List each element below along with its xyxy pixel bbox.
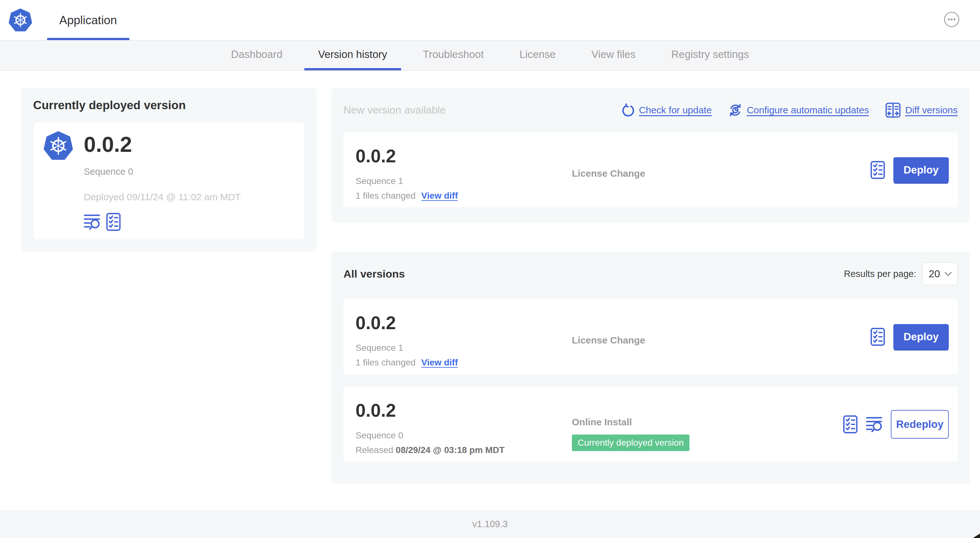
tab-dashboard[interactable]: Dashboard — [217, 40, 296, 70]
all-versions-card: All versions Results per page: 20 0.0.2 … — [331, 251, 970, 484]
tab-license[interactable]: License — [505, 40, 570, 70]
kots-admin-console: Application Dashboard Version history Tr… — [0, 0, 980, 538]
deployed-sequence: Sequence 0 — [84, 167, 241, 177]
files-changed: 1 files changed — [356, 357, 415, 367]
tab-troubleshoot[interactable]: Troubleshoot — [409, 40, 498, 70]
app-tab-label: Application — [59, 14, 117, 27]
check-for-update-link[interactable]: Check for update — [621, 103, 711, 117]
view-diff-link[interactable]: View diff — [421, 357, 458, 367]
new-version-card: New version available Check for update C… — [331, 88, 970, 223]
version-sequence: Sequence 1 — [356, 343, 458, 353]
tab-view-files[interactable]: View files — [577, 40, 650, 70]
view-diff-link[interactable]: View diff — [421, 191, 458, 200]
footer: v1.109.3 — [0, 510, 980, 538]
preflight-checks-icon[interactable] — [870, 328, 885, 346]
chevron-down-icon — [945, 272, 951, 276]
main-content: Currently deployed version 0.0.2 Sequenc… — [0, 71, 980, 510]
version-source: License Change — [572, 168, 645, 179]
currently-deployed-card: Currently deployed version 0.0.2 Sequenc… — [21, 88, 317, 251]
deployed-timestamp: Deployed 09/11/24 @ 11:02 am MDT — [84, 192, 241, 203]
released-prefix: Released — [356, 445, 393, 455]
app-icon — [42, 130, 74, 162]
tab-version-history[interactable]: Version history — [304, 40, 401, 70]
kubernetes-logo-icon — [8, 8, 33, 33]
currently-deployed-version-tile: 0.0.2 Sequence 0 Deployed 09/11/24 @ 11:… — [33, 122, 305, 240]
scheduled-update-icon — [728, 103, 742, 117]
results-per-page-select[interactable]: 20 — [922, 262, 958, 285]
version-source: License Change — [572, 335, 645, 346]
version-number: 0.0.2 — [356, 401, 505, 420]
diff-icon — [885, 103, 900, 118]
currently-deployed-badge: Currently deployed version — [572, 435, 689, 451]
app-nav-tabs: Dashboard Version history Troubleshoot L… — [0, 40, 980, 71]
all-versions-title: All versions — [344, 268, 405, 280]
version-source: Online Install — [572, 417, 689, 427]
redeploy-button[interactable]: Redeploy — [891, 410, 949, 439]
console-version: v1.109.3 — [472, 519, 508, 529]
files-changed: 1 files changed — [356, 191, 415, 200]
release-notes-icon[interactable] — [84, 213, 100, 230]
version-row: 0.0.2 Sequence 0 Released 08/29/24 @ 03:… — [344, 387, 958, 462]
results-per-page-label: Results per page: — [844, 269, 916, 279]
deploy-button[interactable]: Deploy — [893, 157, 949, 183]
cursor-artifact — [973, 533, 980, 538]
version-sequence: Sequence 1 — [356, 176, 458, 186]
release-notes-icon[interactable] — [866, 416, 883, 433]
preflight-checks-icon[interactable] — [106, 213, 121, 231]
deployed-version-number: 0.0.2 — [84, 133, 241, 156]
app-tab[interactable]: Application — [47, 0, 129, 40]
new-version-title: New version available — [344, 104, 446, 116]
currently-deployed-title: Currently deployed version — [33, 99, 305, 112]
released-timestamp: 08/29/24 @ 03:18 pm MDT — [396, 445, 505, 455]
version-number: 0.0.2 — [356, 146, 458, 165]
version-sequence: Sequence 0 — [356, 431, 505, 440]
refresh-icon — [621, 103, 634, 117]
preflight-checks-icon[interactable] — [870, 161, 885, 179]
deploy-button[interactable]: Deploy — [893, 324, 949, 349]
more-options-icon[interactable] — [944, 11, 959, 27]
top-bar: Application — [0, 0, 980, 40]
tab-registry-settings[interactable]: Registry settings — [657, 40, 763, 70]
configure-automatic-updates-link[interactable]: Configure automatic updates — [728, 103, 869, 117]
app-tab-active-indicator — [47, 38, 129, 40]
version-number: 0.0.2 — [356, 313, 458, 332]
diff-versions-link[interactable]: Diff versions — [885, 103, 958, 118]
preflight-checks-icon[interactable] — [843, 415, 858, 433]
version-row: 0.0.2 Sequence 1 1 files changedView dif… — [344, 299, 958, 374]
new-version-row: 0.0.2 Sequence 1 1 files changedView dif… — [344, 132, 958, 207]
